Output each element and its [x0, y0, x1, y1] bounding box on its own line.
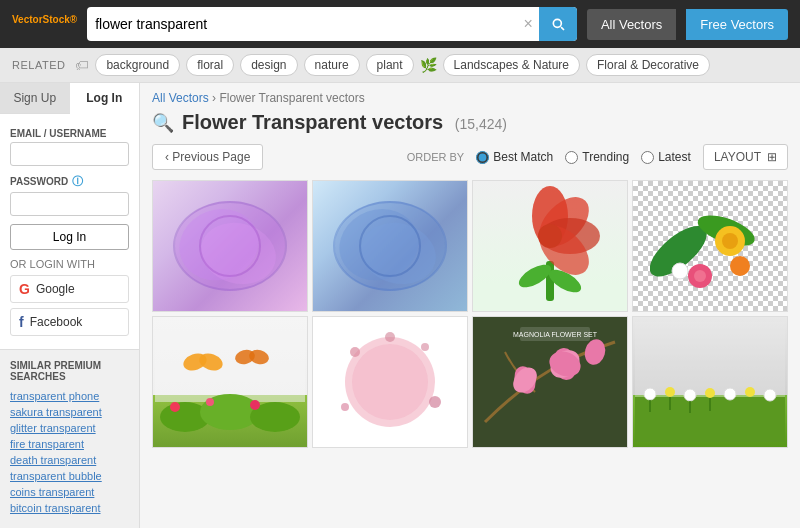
breadcrumb: All Vectors › Flower Transparent vectors [152, 91, 788, 105]
prev-page-button[interactable]: Previous Page [152, 144, 263, 170]
grass-svg [155, 322, 305, 442]
svg-point-54 [684, 389, 696, 401]
svg-point-39 [429, 396, 441, 408]
image-preview-4 [633, 181, 787, 311]
svg-point-6 [354, 215, 443, 293]
search-icon [550, 16, 566, 32]
tag-icon: 🏷 [75, 57, 89, 73]
image-card-5[interactable] [152, 316, 308, 448]
svg-point-23 [672, 263, 688, 279]
image-preview-3 [473, 181, 627, 311]
field-svg [635, 322, 785, 442]
main-layout: Sign Up Log In EMAIL / USERNAME PASSWORD… [0, 83, 800, 528]
svg-point-34 [250, 400, 260, 410]
similar-link-3[interactable]: fire transparent [10, 438, 129, 450]
google-login-button[interactable]: G Google [10, 275, 129, 303]
page-title-row: 🔍 Flower Transparent vectors (15,424) [152, 111, 788, 134]
image-card-3[interactable] [472, 180, 628, 312]
svg-point-1 [170, 198, 268, 291]
password-help-icon: ⓘ [72, 174, 83, 189]
login-button[interactable]: Log In [10, 224, 129, 250]
search-input[interactable] [95, 16, 523, 32]
breadcrumb-current: Flower Transparent vectors [219, 91, 364, 105]
free-vectors-button[interactable]: Free Vectors [686, 9, 788, 40]
layout-grid-icon: ⊞ [767, 150, 777, 164]
order-by-label: ORDER BY [407, 151, 464, 163]
tag-floral-decorative[interactable]: Floral & Decorative [586, 54, 710, 76]
login-form: EMAIL / USERNAME PASSWORD ⓘ Log In OR LO… [0, 114, 139, 349]
search-clear-icon[interactable]: × [524, 15, 533, 33]
image-card-7[interactable]: MAGNOLIA FLOWER SET [472, 316, 628, 448]
image-card-6[interactable] [312, 316, 468, 448]
svg-point-3 [200, 216, 260, 276]
svg-point-0 [175, 201, 285, 291]
order-by: ORDER BY Best Match Trending Latest LAYO… [407, 144, 788, 170]
similar-link-0[interactable]: transparent phone [10, 390, 129, 402]
content-area: All Vectors › Flower Transparent vectors… [140, 83, 800, 528]
email-input[interactable] [10, 142, 129, 166]
svg-point-52 [644, 388, 656, 400]
image-preview-1 [153, 181, 307, 311]
tab-login[interactable]: Log In [70, 83, 140, 114]
svg-point-5 [330, 198, 428, 291]
svg-rect-50 [635, 322, 785, 397]
result-count: (15,424) [455, 116, 507, 132]
password-input[interactable] [10, 192, 129, 216]
sidebar: Sign Up Log In EMAIL / USERNAME PASSWORD… [0, 83, 140, 528]
image-preview-5 [153, 317, 307, 447]
breadcrumb-all-vectors[interactable]: All Vectors [152, 91, 209, 105]
similar-link-6[interactable]: coins transparent [10, 486, 129, 498]
toolbar: Previous Page ORDER BY Best Match Trendi… [152, 144, 788, 170]
tag-design[interactable]: design [240, 54, 297, 76]
svg-point-21 [694, 270, 706, 282]
svg-point-32 [170, 402, 180, 412]
logo-text: VectorStock [12, 14, 70, 25]
layout-button[interactable]: LAYOUT ⊞ [703, 144, 788, 170]
svg-point-57 [745, 387, 755, 397]
svg-rect-24 [155, 322, 305, 402]
image-preview-2 [313, 181, 467, 311]
tropical-svg [650, 186, 770, 306]
similar-link-4[interactable]: death transparent [10, 454, 129, 466]
similar-link-1[interactable]: sakura transparent [10, 406, 129, 418]
similar-link-2[interactable]: glitter transparent [10, 422, 129, 434]
all-vectors-button[interactable]: All Vectors [587, 9, 676, 40]
sidebar-tabs: Sign Up Log In [0, 83, 139, 114]
svg-point-41 [385, 332, 395, 342]
svg-point-58 [764, 389, 776, 401]
svg-point-33 [206, 398, 214, 406]
svg-point-37 [350, 347, 360, 357]
tab-signup[interactable]: Sign Up [0, 83, 70, 114]
tag-background[interactable]: background [95, 54, 180, 76]
image-preview-8 [633, 317, 787, 447]
image-card-8[interactable] [632, 316, 788, 448]
tag-floral[interactable]: floral [186, 54, 234, 76]
logo: VectorStock® [12, 14, 77, 35]
image-card-2[interactable] [312, 180, 468, 312]
header: VectorStock® × All Vectors Free Vectors [0, 0, 800, 48]
order-trending[interactable]: Trending [565, 150, 629, 164]
svg-point-36 [352, 344, 428, 420]
svg-point-40 [341, 403, 349, 411]
image-preview-7: MAGNOLIA FLOWER SET [473, 317, 627, 447]
red-flower-svg [500, 186, 600, 306]
image-preview-6 [313, 317, 467, 447]
google-icon: G [19, 281, 30, 297]
page-title: Flower Transparent vectors (15,424) [182, 111, 507, 134]
tag-landscapes[interactable]: Landscapes & Nature [443, 54, 580, 76]
similar-link-7[interactable]: bitcoin transparent [10, 502, 129, 514]
password-label: PASSWORD ⓘ [10, 174, 129, 189]
similar-link-5[interactable]: transparent bubble [10, 470, 129, 482]
image-card-1[interactable] [152, 180, 308, 312]
search-button[interactable] [539, 7, 577, 41]
svg-point-47 [582, 337, 608, 367]
tag-plant[interactable]: plant [366, 54, 414, 76]
magnolia-svg: MAGNOLIA FLOWER SET [475, 322, 625, 442]
layout-label: LAYOUT [714, 150, 761, 164]
image-card-4[interactable] [632, 180, 788, 312]
tag-nature[interactable]: nature [304, 54, 360, 76]
order-latest[interactable]: Latest [641, 150, 691, 164]
facebook-login-button[interactable]: f Facebook [10, 308, 129, 336]
svg-point-22 [730, 256, 750, 276]
order-best-match[interactable]: Best Match [476, 150, 553, 164]
